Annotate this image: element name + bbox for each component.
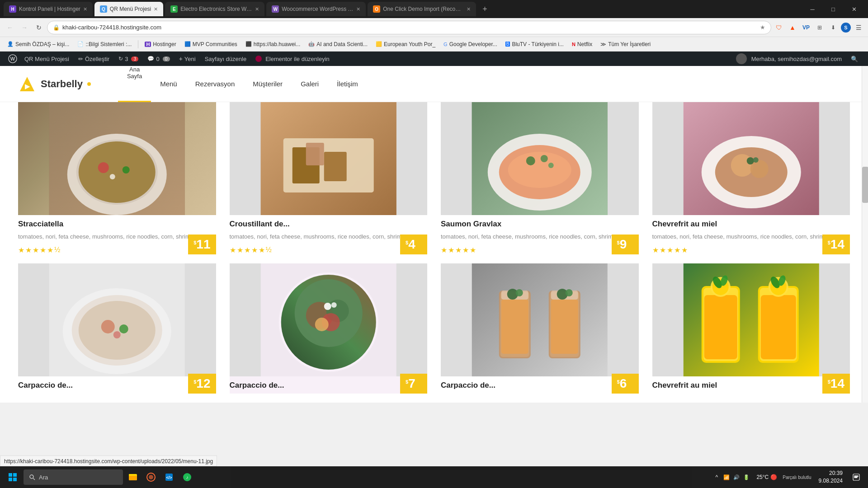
wp-elementor[interactable]: Elementor ile düzenleyin [251,52,334,66]
taskbar-search-icon [29,474,35,480]
tab-hostinger[interactable]: H Kontrol Paneli | Hostinger ✕ [4,2,93,16]
tab-woocommerce[interactable]: W Woocommerce WordPress Themes... ✕ [266,2,366,16]
taskbar-app-vscode[interactable]: </> [161,469,177,485]
menu-card-carpaccio-3[interactable]: $ 6 Carpaccio de... [441,263,639,394]
bookmark-huawei[interactable]: ⬛ https://lab.huawei... [242,39,304,49]
wp-new-item[interactable]: + Yeni [175,52,200,66]
bookmark-ai[interactable]: 🤖 AI and Data Scienti... [305,39,371,49]
site-content: ▶ Starbelly Ana Sayfa Menü Rezervasyon M… [0,66,868,403]
svg-rect-18 [306,143,324,165]
title-bar: H Kontrol Paneli | Hostinger ✕ Q QR Menü… [0,0,868,18]
nav-item-musteriler[interactable]: Müşteriler [244,66,292,102]
wp-site-name[interactable]: QR Menü Projesi [20,52,74,66]
taskbar-app-spotify[interactable]: ♪ [179,469,195,485]
food-visual-1 [18,102,216,215]
site-nav: ▶ Starbelly Ana Sayfa Menü Rezervasyon M… [0,66,868,102]
svg-point-10 [98,162,109,173]
wp-customize[interactable]: ✏ Özelleştir [74,52,114,66]
svg-point-50 [331,302,336,308]
settings-icon[interactable]: ☰ [853,22,864,33]
url-status-bar: https://khaki-caribou-724418.hostingsite… [0,455,217,466]
wp-logo-item[interactable]: W [5,52,20,66]
menu-card-croustillant[interactable]: $ 4 Croustillant de... tomatoes, nori, f… [230,102,428,254]
bookmark-bilgi[interactable]: 📄 ::Bilgi Sistemleri :... [74,39,135,49]
browser-action-1[interactable]: VP [800,22,812,33]
bookmark-mvp[interactable]: 🟦 MVP Communities [181,39,241,49]
food-visual-2 [230,102,428,215]
nav-item-menu[interactable]: Menü [151,66,186,102]
tab-electro[interactable]: E Electro Electronics Store WooCom... ✕ [165,2,264,16]
bookmark-google-dev[interactable]: G Google Developer... [440,39,501,49]
price-badge-carpaccio-2: $ 7 [400,374,427,394]
new-tab-button[interactable]: + [480,5,490,14]
tray-battery-icon[interactable]: 🔋 [742,473,751,482]
taskbar: Ara </> ♪ [0,466,868,488]
svg-text:▶: ▶ [25,83,30,90]
forward-button[interactable]: → [18,21,31,34]
tray-network-icon[interactable]: 📶 [722,473,731,482]
menu-card-saumon[interactable]: $ 9 Saumon Gravlax tomatoes, nori, feta … [441,102,639,254]
wp-comments[interactable]: 💬 0 0 [143,52,174,66]
menu-card-carpaccio-1[interactable]: $ 12 Carpaccio de... [18,263,216,394]
browser-scrollbar[interactable] [862,66,868,403]
nav-dot [87,82,91,86]
nav-item-home[interactable]: Ana Sayfa [118,66,151,102]
wp-edit-page[interactable]: Sayfayı düzenle [200,52,251,66]
brave-shield-icon[interactable]: 🛡 [773,22,785,33]
notification-icon [852,473,860,481]
notification-center-button[interactable] [848,469,864,485]
taskbar-search[interactable]: Ara [24,469,123,485]
wp-user-greeting[interactable]: Merhaba, semihozdas@gmail.com [731,52,846,66]
taskbar-clock[interactable]: 20:39 9.08.2024 [815,469,846,485]
download-icon[interactable]: ⬇ [827,22,839,33]
nav-item-galeri[interactable]: Galeri [292,66,328,102]
tab-oneclickdemo[interactable]: O One Click Demo Import (Recommer... ✕ [368,2,476,16]
minimize-button[interactable]: ─ [802,0,823,18]
bookmark-netflix[interactable]: N Netflix [568,39,596,49]
food-image-saumon [441,102,639,215]
bookmark-blutv[interactable]: B BluTV - Türkiyenin i... [502,39,567,49]
back-button[interactable]: ← [4,21,16,34]
bookmark-hostinger[interactable]: H Hostinger [141,39,179,49]
close-button[interactable]: ✕ [844,0,864,18]
taskbar-app-browser[interactable] [143,469,159,485]
svg-point-40 [113,331,121,338]
menu-card-chevrefrit-2[interactable]: $ 14 Chevrefrit au miel [652,263,850,394]
profile-icon[interactable]: S [841,23,851,33]
svg-point-89 [149,475,153,479]
tray-show-hidden[interactable]: ^ [712,473,721,482]
maximize-button[interactable]: □ [823,0,844,18]
file-explorer-icon [128,472,138,482]
weather-widget[interactable]: 25°C 🔴 [753,474,781,480]
extension-icon[interactable]: ⊞ [814,22,826,33]
brave-rewards-icon[interactable]: ▲ [787,22,798,33]
svg-point-33 [753,157,758,163]
menu-card-name-saumon: Saumon Gravlax [441,220,639,229]
menu-card-chevrefrit-1[interactable]: $ 14 Chevrefrit au miel tomatoes, nori, … [652,102,850,254]
scrollbar-thumb[interactable] [862,167,868,203]
address-bar[interactable]: 🔒 khaki-caribou-724418.hostingsite.com ★ [47,21,771,34]
taskbar-app-explorer[interactable] [125,469,141,485]
reload-button[interactable]: ↻ [33,21,45,34]
food-visual-4 [652,102,850,215]
start-button[interactable] [4,468,22,486]
nav-item-iletisim[interactable]: İletişim [328,66,367,102]
nav-item-rezervasyon[interactable]: Rezervasyon [186,66,244,102]
price-badge-stracciatella: $ 11 [188,235,216,254]
spotify-icon: ♪ [182,472,192,482]
svg-point-26 [548,163,554,168]
svg-line-84 [33,479,35,480]
tab-qr-menu[interactable]: Q QR Menü Projesi ✕ [94,2,163,16]
svg-rect-58 [551,300,578,354]
wp-search-icon[interactable]: 🔍 [846,52,863,66]
bookmark-european-youth[interactable]: 🟨 European Youth Por_ [372,39,439,49]
bookmark-more[interactable]: ≫ Tüm Yer İşaretleri [597,39,654,49]
tray-volume-icon[interactable]: 🔊 [732,473,741,482]
bookmark-semih[interactable]: 👤 Semih ÖZDAŞ – kişi... [4,39,73,49]
menu-card-stracciatella[interactable]: $ 11 Stracciatella tomatoes, nori, feta … [18,102,216,254]
wp-updates[interactable]: ↻ 3 3 [114,52,143,66]
menu-card-name-carpaccio-1: Carpaccio de... [18,381,216,390]
menu-card-carpaccio-2[interactable]: $ 7 Carpaccio de... [230,263,428,394]
svg-rect-87 [129,474,132,476]
site-logo[interactable]: ▶ Starbelly [18,75,83,93]
